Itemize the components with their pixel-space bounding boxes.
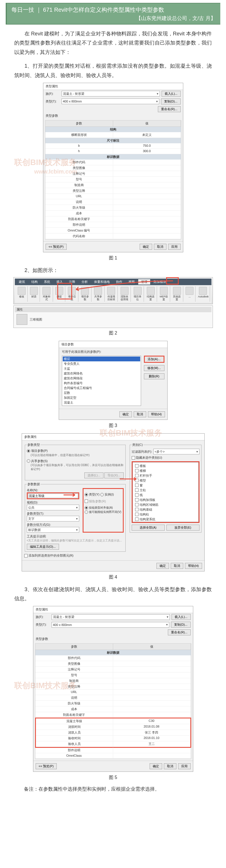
list-item[interactable]: 构件条形编号	[63, 381, 140, 385]
add-button[interactable]: 添加(A)...	[144, 355, 164, 363]
group-under-select[interactable]: 标识数据	[27, 527, 79, 533]
tree-item[interactable]: 模型	[134, 478, 197, 483]
tree-item[interactable]: 楼梯	[134, 468, 197, 473]
type-select[interactable]: 400 x 800mm	[51, 622, 170, 628]
edit-tooltip-button[interactable]: 编辑工具提示(O)...	[27, 544, 59, 550]
cancel-button[interactable]: 取消	[154, 244, 166, 250]
list-item[interactable]: 混凝土	[63, 400, 140, 405]
table-row: 说明	[45, 199, 181, 205]
ok-button[interactable]: 确定	[119, 411, 132, 417]
apply-button[interactable]: 应用	[178, 763, 191, 769]
list-item[interactable]: 合同编号或工程编号	[63, 385, 140, 391]
hide-unchecked-checkbox[interactable]: 隐藏未选中类别(U)	[132, 456, 162, 460]
select-all-button[interactable]: 选择全部(A)	[132, 525, 165, 531]
align-radio[interactable]: 按组类型对齐值(A)	[85, 506, 113, 510]
params-listbox[interactable]: 楼层专业负责人主监建筑在网络色建筑在网络段构件条形编号合同编号或工程编号层数加固…	[62, 355, 141, 406]
tree-item[interactable]: 栏杆扶手	[134, 473, 197, 478]
tree-item[interactable]: 立柱	[134, 488, 197, 493]
cancel-button[interactable]: 取消	[171, 563, 183, 569]
bycat-radio[interactable]: 值可能因组实例而不同(V)	[85, 510, 121, 514]
cancel-button[interactable]: 取消	[164, 763, 177, 769]
family-label: 族(F):	[46, 92, 60, 96]
article-header: 每日一技 ｜ 671 Revit中怎样自定义构件类型属性中类型参数 【山东兖州建…	[6, 3, 220, 25]
load-button[interactable]: 载入(L)...	[161, 91, 181, 97]
ribbon-group[interactable]: ...	[184, 286, 195, 302]
copy-button[interactable]: 复制(D)...	[161, 98, 180, 104]
list-item[interactable]: 建筑在网络色	[63, 371, 140, 376]
type-select[interactable]: 400 x 800mm	[62, 98, 160, 104]
list-item[interactable]: 层数	[63, 391, 140, 395]
tree-item[interactable]: 楼板	[134, 464, 197, 468]
article-title: 每日一技 ｜ 671 Revit中怎样自定义构件类型属性中类型参数	[11, 6, 216, 14]
deselect-all-button[interactable]: 放弃全部(E)	[166, 525, 199, 531]
list-item[interactable]: 加固定型	[63, 395, 140, 400]
tree-item[interactable]: 结构区域钢筋	[134, 502, 197, 507]
ribbon-group[interactable]: 材质	[28, 286, 40, 302]
table-row: 类型图像	[45, 165, 181, 171]
ribbon-tab[interactable]: 建筑	[16, 279, 28, 285]
family-select[interactable]: 混凝土 - 矩形梁	[51, 614, 170, 620]
red-arrow-icon	[64, 492, 78, 498]
ribbon-tab[interactable]: 结构	[29, 279, 40, 285]
preview-button[interactable]: << 预览(P)	[46, 244, 67, 250]
list-item[interactable]: 数据名称使用	[63, 405, 140, 406]
rename-button[interactable]: 重命名(R)...	[168, 629, 190, 636]
list-item[interactable]: 建筑在网络段	[63, 376, 140, 381]
param-type-select[interactable]: 文字	[27, 516, 79, 522]
tree-item[interactable]: 结构柱	[134, 512, 197, 517]
type-radio[interactable]: 类型(Y)	[85, 492, 100, 497]
list-item[interactable]: 主监	[63, 366, 140, 371]
tree-item[interactable]: 结构基础	[134, 507, 197, 512]
tree-item[interactable]: 结构梁系统	[134, 517, 197, 522]
table-row: 部件说明	[35, 748, 191, 753]
shared-param-radio[interactable]: 共享参数(S)	[27, 459, 48, 463]
table-row: 剖面名称关键字	[35, 712, 191, 718]
table-row: 注释记号	[45, 171, 181, 177]
table-header: 参数值	[45, 120, 181, 127]
project-param-radio[interactable]: 项目参数(P)	[27, 449, 48, 453]
ok-button[interactable]: 确定	[150, 763, 162, 769]
param-data-group: 参数数据	[27, 482, 40, 486]
tree-item[interactable]: 结构框架	[134, 522, 197, 522]
ribbon-group[interactable]: Autodesk	[196, 286, 210, 302]
tree-item[interactable]: 线	[134, 493, 197, 497]
family-select[interactable]: 混凝土 - 矩形梁	[62, 91, 160, 96]
table-row: 注释记号	[35, 667, 191, 673]
apply-button[interactable]: 应用	[168, 244, 181, 250]
select-button[interactable]: 选择(L)...	[84, 472, 104, 478]
cancel-button[interactable]: 取消	[134, 411, 146, 417]
ok-button[interactable]: 确定	[156, 563, 169, 569]
ribbon-group[interactable]: 修改	[16, 286, 28, 302]
table-row: 类型图像	[35, 661, 191, 667]
ok-button[interactable]: 确定	[140, 244, 152, 250]
table-row: h300.0	[45, 149, 181, 154]
report-checkbox[interactable]: 报告参数(R)	[85, 499, 106, 503]
type-params-label: 类型参数	[33, 636, 193, 642]
list-item[interactable]: 楼层	[63, 356, 140, 361]
load-button[interactable]: 载入(L)...	[172, 614, 191, 620]
preview-button[interactable]: << 预览(P)	[36, 763, 57, 769]
add-all-checkbox[interactable]: 添加到所选类别中的全部图元(R)	[24, 554, 74, 558]
filter-select[interactable]: <多个>	[153, 449, 199, 455]
tree-item[interactable]: 窗	[134, 483, 197, 488]
category-tree[interactable]: 楼板楼梯栏杆扶手模型窗立柱线结构加强板结构区域钢筋结构基础结构柱结构梁系统结构框…	[133, 462, 199, 522]
ribbon-tab[interactable]: 系统	[41, 279, 53, 285]
dialog-title: 参数属性	[22, 434, 204, 440]
help-button[interactable]: 帮助(H)	[185, 563, 202, 569]
list-item[interactable]: 专业负责人	[63, 361, 140, 366]
edit-button[interactable]: 修改(M)...	[144, 365, 164, 371]
figure-4-caption: 图 4	[0, 574, 226, 580]
tree-item[interactable]: 结构加强板	[134, 497, 197, 502]
discipline-select[interactable]: 公共	[27, 505, 79, 510]
copy-button[interactable]: 复制(D)...	[171, 622, 190, 628]
ribbon-group[interactable]: 对象样式	[40, 286, 53, 302]
table-row: 代码名称	[45, 234, 181, 239]
remark: 备注：在参数属性中选择类型和实例时，应根据企业需求选择。	[14, 785, 212, 794]
delete-button[interactable]: 删除(R)	[144, 373, 164, 379]
table-row: 制造商	[35, 678, 191, 684]
rename-button[interactable]: 重命名(R)...	[158, 106, 180, 112]
help-button[interactable]: 帮助(H)	[148, 411, 165, 417]
table-row: URL	[35, 690, 191, 695]
instance-radio[interactable]: 实例(I)	[100, 492, 114, 497]
highlight-box-1	[57, 283, 72, 300]
